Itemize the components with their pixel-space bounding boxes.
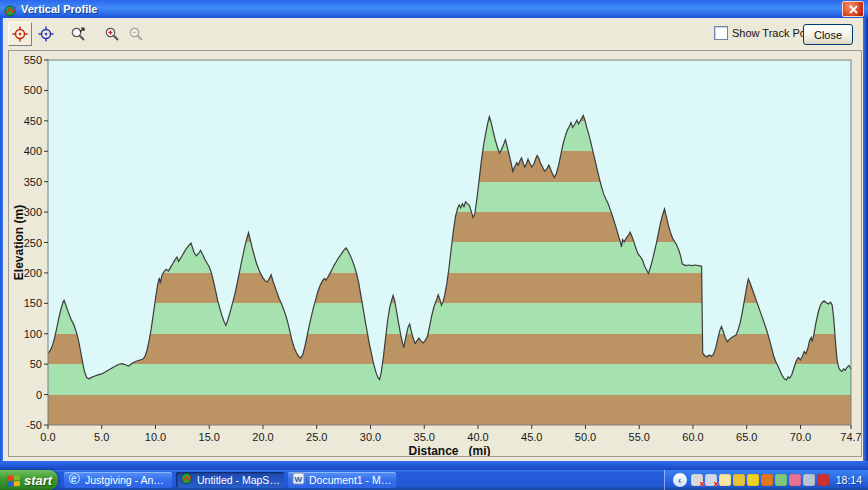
task-label: Justgiving - Andrew ... bbox=[85, 474, 168, 486]
antivirus-icon[interactable] bbox=[747, 474, 759, 486]
x-tick-label: 0.0 bbox=[40, 431, 55, 443]
x-tick-label: 35.0 bbox=[414, 431, 435, 443]
ie-icon: e bbox=[68, 471, 81, 489]
title-bar: Vertical Profile bbox=[0, 0, 868, 18]
x-tick-label: 20.0 bbox=[252, 431, 273, 443]
mapsource-app-icon bbox=[4, 3, 17, 16]
x-tick-label: 45.0 bbox=[521, 431, 542, 443]
x-tick-label: 70.0 bbox=[790, 431, 811, 443]
taskbar-clock[interactable]: 18:14 bbox=[836, 474, 862, 486]
y-tick-label: -50 bbox=[26, 419, 42, 431]
zoom-out-tool-icon bbox=[124, 22, 148, 46]
y-tick-label: 250 bbox=[24, 237, 42, 249]
taskbar-task-ie[interactable]: eJustgiving - Andrew ... bbox=[64, 472, 172, 488]
error-badge-icon: × bbox=[713, 479, 718, 489]
x-axis-title: Distance (mi) bbox=[408, 444, 490, 456]
y-tick-label: 100 bbox=[24, 328, 42, 340]
y-tick-label: 350 bbox=[24, 176, 42, 188]
x-tick-label: 30.0 bbox=[360, 431, 381, 443]
device-error-icon[interactable]: × bbox=[705, 474, 717, 486]
network-icon[interactable] bbox=[775, 474, 787, 486]
y-tick-label: 0 bbox=[36, 389, 42, 401]
toolbar: Show Track Points Close bbox=[3, 18, 863, 50]
system-tray: ‹ ×× 18:14 bbox=[664, 470, 868, 490]
start-label: start bbox=[24, 473, 52, 488]
usb-icon[interactable] bbox=[817, 474, 829, 486]
vertical-profile-window: Vertical Profile Show Track Points Close… bbox=[0, 0, 868, 470]
window-border-bottom bbox=[0, 461, 868, 470]
close-button[interactable]: Close bbox=[803, 24, 853, 45]
x-tick-label: 15.0 bbox=[199, 431, 220, 443]
y-tick-label: 500 bbox=[24, 84, 42, 96]
y-tick-label: 400 bbox=[24, 145, 42, 157]
y-tick-label: 200 bbox=[24, 267, 42, 279]
svg-text:e: e bbox=[71, 473, 77, 484]
show-track-points-checkbox[interactable] bbox=[714, 26, 728, 40]
y-tick-label: 300 bbox=[24, 206, 42, 218]
x-tick-label: 50.0 bbox=[575, 431, 596, 443]
window-title: Vertical Profile bbox=[21, 3, 842, 15]
task-label: Untitled - MapSource bbox=[197, 474, 280, 486]
y-tick-label: 150 bbox=[24, 297, 42, 309]
y-tick-label: 450 bbox=[24, 115, 42, 127]
x-tick-label: 60.0 bbox=[682, 431, 703, 443]
x-tick-label: 40.0 bbox=[467, 431, 488, 443]
y-tick-label: 50 bbox=[30, 358, 42, 370]
tray-icon-group: ×× bbox=[691, 474, 829, 486]
y-axis-title: Elevation (m) bbox=[12, 205, 26, 280]
error-badge-icon: × bbox=[699, 479, 704, 489]
x-tick-label: 5.0 bbox=[94, 431, 109, 443]
taskbar: start eJustgiving - Andrew ...Untitled -… bbox=[0, 470, 868, 490]
zoom-selection-tool-icon[interactable] bbox=[66, 22, 90, 46]
vertical-profile-chart: -500501001502002503003504004505005500.05… bbox=[9, 51, 861, 456]
window-border-right bbox=[863, 18, 868, 470]
messenger-icon[interactable] bbox=[761, 474, 773, 486]
zoom-in-tool-icon[interactable] bbox=[100, 22, 124, 46]
windows-flag-icon bbox=[6, 474, 21, 487]
elevation-chart-panel: -500501001502002503003504004505005500.05… bbox=[8, 50, 862, 457]
taskbar-task-word[interactable]: WDocument1 - Microsof... bbox=[288, 472, 396, 488]
crosshair-red-tool-icon[interactable] bbox=[8, 22, 32, 46]
crosshair-blue-tool-icon[interactable] bbox=[34, 22, 58, 46]
window-border-left bbox=[0, 18, 3, 470]
y-tick-label: 550 bbox=[24, 54, 42, 66]
volume-muted-icon[interactable]: × bbox=[691, 474, 703, 486]
x-tick-label: 74.7 bbox=[840, 431, 861, 443]
start-button[interactable]: start bbox=[0, 470, 58, 490]
task-label: Document1 - Microsof... bbox=[309, 474, 392, 486]
notes-icon[interactable] bbox=[719, 474, 731, 486]
svg-text:W: W bbox=[294, 475, 302, 484]
tray-chevron-icon[interactable]: ‹ bbox=[673, 473, 687, 487]
x-tick-label: 10.0 bbox=[145, 431, 166, 443]
x-tick-label: 55.0 bbox=[629, 431, 650, 443]
media-icon[interactable] bbox=[789, 474, 801, 486]
taskbar-task-mapsource[interactable]: Untitled - MapSource bbox=[176, 472, 284, 488]
titlebar-close-icon[interactable] bbox=[842, 1, 864, 17]
x-tick-label: 25.0 bbox=[306, 431, 327, 443]
task-buttons: eJustgiving - Andrew ...Untitled - MapSo… bbox=[64, 472, 396, 488]
mapsource-icon bbox=[180, 471, 193, 489]
display-icon[interactable] bbox=[803, 474, 815, 486]
tool-buttons bbox=[8, 22, 148, 46]
x-tick-label: 65.0 bbox=[736, 431, 757, 443]
word-icon: W bbox=[292, 471, 305, 489]
security-shield-icon[interactable] bbox=[733, 474, 745, 486]
